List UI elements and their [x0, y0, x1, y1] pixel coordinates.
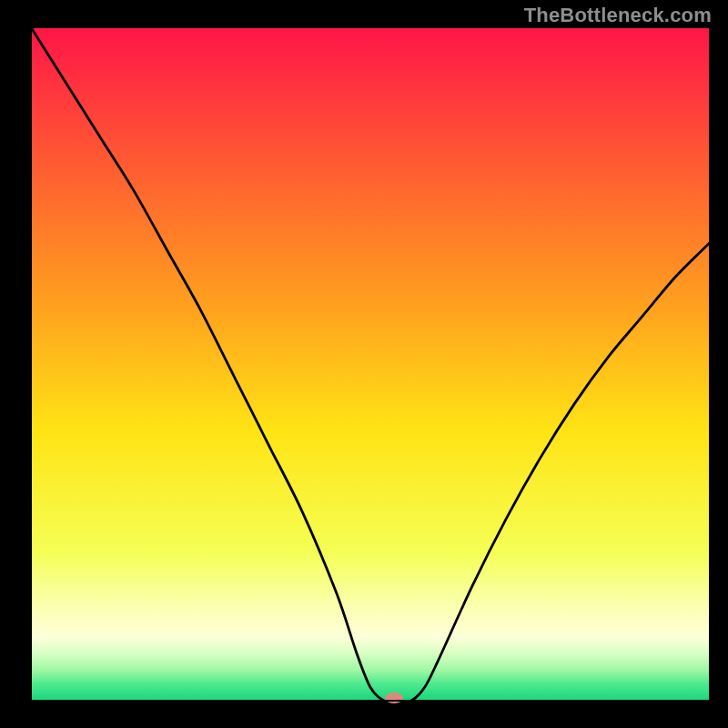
- bottleneck-chart: [0, 0, 728, 728]
- chart-background-gradient: [31, 27, 710, 701]
- watermark-text: TheBottleneck.com: [524, 4, 712, 27]
- optimal-point-marker: [385, 693, 403, 703]
